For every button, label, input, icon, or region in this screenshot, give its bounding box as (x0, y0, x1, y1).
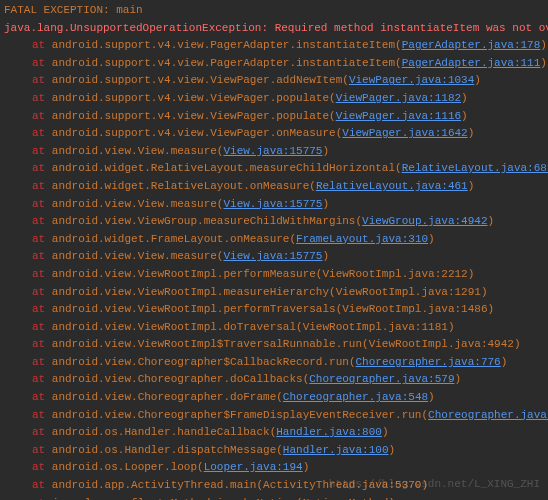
source-link[interactable]: View.java:15775 (223, 198, 322, 210)
at-keyword: at (32, 497, 52, 500)
frame-location: android.support.v4.view.ViewPager.addNew… (52, 74, 342, 86)
source-link[interactable]: Choreographer.java:776 (355, 356, 500, 368)
at-keyword: at (32, 303, 52, 315)
frame-location: android.support.v4.view.PagerAdapter.ins… (52, 57, 395, 69)
frame-location: android.view.Choreographer.doFrame (52, 391, 276, 403)
at-keyword: at (32, 444, 52, 456)
frame-location: android.support.v4.view.ViewPager.popula… (52, 92, 329, 104)
stack-frame: at java.lang.reflect.Method.invokeNative… (0, 495, 548, 500)
at-keyword: at (32, 426, 52, 438)
frame-location: java.lang.reflect.Method.invokeNative(Na… (52, 497, 395, 500)
at-keyword: at (32, 461, 52, 473)
stack-frame: at android.support.v4.view.ViewPager.add… (0, 72, 548, 90)
frame-location: android.view.View.measure (52, 198, 217, 210)
stack-frame: at android.support.v4.view.ViewPager.pop… (0, 108, 548, 126)
frame-location: android.view.Choreographer$CallbackRecor… (52, 356, 349, 368)
frame-location: android.widget.RelativeLayout.measureChi… (52, 162, 395, 174)
source-link[interactable]: Looper.java:194 (204, 461, 303, 473)
stack-frame: at android.view.ViewRootImpl.performMeas… (0, 266, 548, 284)
at-keyword: at (32, 479, 52, 491)
stack-frame: at android.view.ViewRootImpl$TraversalRu… (0, 336, 548, 354)
frame-location: android.view.ViewRootImpl$TraversalRunna… (52, 338, 521, 350)
frame-location: android.support.v4.view.PagerAdapter.ins… (52, 39, 395, 51)
at-keyword: at (32, 250, 52, 262)
stack-frame: at android.view.ViewRootImpl.doTraversal… (0, 319, 548, 337)
at-keyword: at (32, 233, 52, 245)
at-keyword: at (32, 198, 52, 210)
at-keyword: at (32, 92, 52, 104)
source-link[interactable]: View.java:15775 (223, 145, 322, 157)
stack-frame: at android.app.ActivityThread.main(Activ… (0, 477, 548, 495)
frame-location: android.view.ViewRootImpl.performTravers… (52, 303, 494, 315)
at-keyword: at (32, 57, 52, 69)
at-keyword: at (32, 74, 52, 86)
fatal-exception-header: FATAL EXCEPTION: main (0, 2, 548, 20)
frame-location: android.app.ActivityThread.main(Activity… (52, 479, 428, 491)
frame-location: android.os.Handler.dispatchMessage (52, 444, 276, 456)
frame-location: android.view.ViewRootImpl.measureHierarc… (52, 286, 488, 298)
at-keyword: at (32, 286, 52, 298)
at-keyword: at (32, 162, 52, 174)
source-link[interactable]: PagerAdapter.java:178 (402, 39, 541, 51)
at-keyword: at (32, 409, 52, 421)
at-keyword: at (32, 338, 52, 350)
stack-frame: at android.view.Choreographer$FrameDispl… (0, 407, 548, 425)
at-keyword: at (32, 39, 52, 51)
source-link[interactable]: ViewPager.java:1642 (342, 127, 467, 139)
at-keyword: at (32, 180, 52, 192)
frame-location: android.view.ViewGroup.measureChildWithM… (52, 215, 356, 227)
frame-location: android.support.v4.view.ViewPager.popula… (52, 110, 329, 122)
stack-frame: at android.view.View.measure(View.java:1… (0, 143, 548, 161)
stack-frame: at android.os.Looper.loop(Looper.java:19… (0, 459, 548, 477)
frame-location: android.os.Handler.handleCallback (52, 426, 270, 438)
stack-frame: at android.os.Handler.dispatchMessage(Ha… (0, 442, 548, 460)
stack-frame: at android.view.ViewRootImpl.performTrav… (0, 301, 548, 319)
at-keyword: at (32, 373, 52, 385)
stack-frame: at android.support.v4.view.PagerAdapter.… (0, 55, 548, 73)
source-link[interactable]: Handler.java:100 (283, 444, 389, 456)
frame-location: android.view.Choreographer$FrameDisplayE… (52, 409, 422, 421)
at-keyword: at (32, 268, 52, 280)
source-link[interactable]: View.java:15775 (223, 250, 322, 262)
stack-frame: at android.view.View.measure(View.java:1… (0, 248, 548, 266)
frame-location: android.view.ViewRootImpl.doTraversal(Vi… (52, 321, 455, 333)
source-link[interactable]: ViewPager.java:1116 (336, 110, 461, 122)
frame-location: android.widget.RelativeLayout.onMeasure (52, 180, 309, 192)
source-link[interactable]: RelativeLayout.java:461 (316, 180, 468, 192)
stack-trace: FATAL EXCEPTION: mainjava.lang.Unsupport… (0, 2, 548, 500)
at-keyword: at (32, 145, 52, 157)
source-link[interactable]: Choreographer.java:579 (309, 373, 454, 385)
source-link[interactable]: RelativeLayout.java:681 (402, 162, 548, 174)
frame-location: android.view.Choreographer.doCallbacks (52, 373, 303, 385)
stack-frame: at android.widget.FrameLayout.onMeasure(… (0, 231, 548, 249)
stack-frame: at android.widget.RelativeLayout.measure… (0, 160, 548, 178)
stack-frame: at android.view.Choreographer.doCallback… (0, 371, 548, 389)
at-keyword: at (32, 215, 52, 227)
frame-location: android.widget.FrameLayout.onMeasure (52, 233, 290, 245)
stack-frame: at android.view.Choreographer.doFrame(Ch… (0, 389, 548, 407)
frame-location: android.view.View.measure (52, 250, 217, 262)
at-keyword: at (32, 321, 52, 333)
at-keyword: at (32, 356, 52, 368)
source-link[interactable]: ViewPager.java:1034 (349, 74, 474, 86)
stack-frame: at android.view.View.measure(View.java:1… (0, 196, 548, 214)
source-link[interactable]: ViewPager.java:1182 (336, 92, 461, 104)
at-keyword: at (32, 127, 52, 139)
frame-location: android.support.v4.view.ViewPager.onMeas… (52, 127, 336, 139)
stack-frame: at android.widget.RelativeLayout.onMeasu… (0, 178, 548, 196)
source-link[interactable]: PagerAdapter.java:111 (402, 57, 541, 69)
source-link[interactable]: FrameLayout.java:310 (296, 233, 428, 245)
frame-location: android.os.Looper.loop (52, 461, 197, 473)
frame-location: android.view.View.measure (52, 145, 217, 157)
exception-message: java.lang.UnsupportedOperationException:… (0, 20, 548, 38)
at-keyword: at (32, 110, 52, 122)
stack-frame: at android.view.Choreographer$CallbackRe… (0, 354, 548, 372)
source-link[interactable]: Handler.java:800 (276, 426, 382, 438)
source-link[interactable]: Choreographer.java:762 (428, 409, 548, 421)
source-link[interactable]: ViewGroup.java:4942 (362, 215, 487, 227)
at-keyword: at (32, 391, 52, 403)
stack-frame: at android.view.ViewGroup.measureChildWi… (0, 213, 548, 231)
stack-frame: at android.support.v4.view.PagerAdapter.… (0, 37, 548, 55)
source-link[interactable]: Choreographer.java:548 (283, 391, 428, 403)
stack-frame: at android.view.ViewRootImpl.measureHier… (0, 284, 548, 302)
